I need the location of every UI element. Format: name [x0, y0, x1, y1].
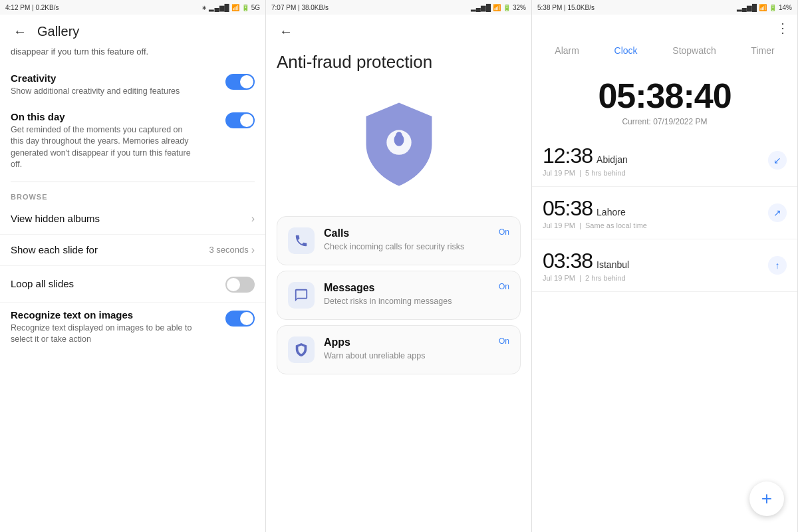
calls-status: On [499, 227, 509, 237]
abidjan-diff: 5 hrs behind [585, 169, 626, 177]
recognize-text-content: Recognize text on images Recognize text … [11, 309, 225, 346]
show-slide-right: 3 seconds › [209, 244, 255, 256]
on-this-day-title: On this day [11, 111, 225, 122]
antifraud-panel: 7:07 PM | 38.0KB/s ▂▄▆█ 📶 🔋 32% ← Anti-f… [266, 0, 532, 532]
signal-icon-2: ▂▄▆█ [471, 4, 491, 11]
status-bar-2: 7:07 PM | 38.0KB/s ▂▄▆█ 📶 🔋 32% [266, 0, 531, 15]
creativity-row: Creativity Show additional creativity an… [0, 66, 265, 104]
abidjan-arrow: ↙ [768, 151, 787, 170]
status-icons-1: ∗ ▂▄▆█ 📶 🔋 5G [201, 4, 260, 11]
istanbul-info: 03:38 Istanbul Jul 19 PM | 2 hrs behind [543, 249, 629, 282]
tab-alarm[interactable]: Alarm [549, 43, 585, 59]
tab-clock[interactable]: Clock [609, 43, 643, 59]
browse-label: BROWSE [0, 186, 265, 203]
view-hidden-row[interactable]: View hidden albums › [0, 203, 265, 235]
tab-stopwatch[interactable]: Stopwatch [667, 43, 721, 59]
current-time: 05:38:40 [532, 76, 797, 116]
world-clocks-list: 12:38 Abidjan Jul 19 PM | 5 hrs behind ↙… [532, 129, 797, 297]
battery-level-2: 32% [513, 4, 526, 11]
wifi-icon-2: 📶 [493, 4, 501, 11]
loop-slides-row: Loop all slides [0, 266, 265, 303]
tab-timer[interactable]: Timer [745, 43, 779, 59]
calls-card[interactable]: Calls Check incoming calls for security … [277, 216, 521, 265]
recognize-text-title: Recognize text on images [11, 309, 225, 321]
signal-icon: ▂▄▆█ [209, 4, 229, 11]
show-slide-value: 3 seconds [209, 245, 248, 255]
recognize-text-row: Recognize text on images Recognize text … [0, 303, 265, 352]
recognize-text-toggle[interactable] [225, 311, 255, 327]
shield-container [266, 84, 531, 211]
add-clock-button[interactable]: + [749, 481, 784, 516]
bluetooth-icon: ∗ [201, 4, 207, 11]
show-slide-label: Show each slide for [11, 244, 98, 255]
chevron-right-icon-2: › [251, 244, 255, 256]
add-icon: + [761, 488, 772, 509]
abidjan-info: 12:38 Abidjan Jul 19 PM | 5 hrs behind [543, 144, 628, 177]
gallery-title: Gallery [37, 24, 79, 39]
creativity-desc: Show additional creativity and editing f… [11, 86, 225, 98]
battery-level-3: 14% [779, 4, 792, 11]
lahore-diff: Same as local time [585, 221, 647, 229]
istanbul-sub: Jul 19 PM | 2 hrs behind [543, 274, 629, 282]
back-button-2[interactable]: ← [277, 23, 295, 41]
apps-title: Apps [324, 336, 509, 348]
battery-icon: 🔋 [241, 4, 249, 11]
message-icon [294, 288, 309, 303]
show-slide-row[interactable]: Show each slide for 3 seconds › [0, 235, 265, 266]
on-this-day-text: On this day Get reminded of the moments … [11, 111, 225, 171]
abidjan-date: Jul 19 PM [543, 169, 575, 177]
creativity-title: Creativity [11, 72, 225, 84]
gallery-header: ← Gallery [0, 15, 265, 46]
divider-1 [11, 182, 255, 182]
istanbul-date: Jul 19 PM [543, 274, 575, 282]
battery-icon-2: 🔋 [503, 4, 511, 11]
calls-card-content: Calls Check incoming calls for security … [324, 227, 509, 253]
apps-desc: Warn about unreliable apps [324, 350, 509, 362]
status-bar-3: 5:38 PM | 15.0KB/s ▂▄▆█ 📶 🔋 14% [532, 0, 797, 15]
messages-card-icon [288, 282, 315, 309]
messages-card-content: Messages Detect risks in incoming messag… [324, 282, 509, 308]
messages-desc: Detect risks in incoming messages [324, 296, 509, 308]
battery-level-1: 5G [251, 4, 260, 11]
battery-icon-3: 🔋 [769, 4, 777, 11]
current-time-display: 05:38:40 Current: 07/19/2022 PM [532, 65, 797, 129]
status-icons-2: ▂▄▆█ 📶 🔋 32% [471, 4, 526, 11]
status-time-3: 5:38 PM | 15.0KB/s [537, 4, 595, 11]
abidjan-time: 12:38 [543, 144, 593, 168]
wifi-icon-3: 📶 [759, 4, 767, 11]
status-time-1: 4:12 PM | 0.2KB/s [5, 4, 59, 11]
status-icons-3: ▂▄▆█ 📶 🔋 14% [737, 4, 792, 11]
messages-card[interactable]: Messages Detect risks in incoming messag… [277, 271, 521, 320]
abidjan-sub: Jul 19 PM | 5 hrs behind [543, 169, 628, 177]
antifraud-title: Anti-fraud protection [266, 46, 531, 84]
apps-icon [294, 342, 309, 357]
clock-row-lahore: 05:38 Lahore Jul 19 PM | Same as local t… [532, 187, 797, 239]
calls-title: Calls [324, 227, 509, 239]
chevron-right-icon-1: › [251, 213, 255, 225]
istanbul-city: Istanbul [597, 259, 629, 270]
back-button-1[interactable]: ← [11, 23, 29, 41]
creativity-text: Creativity Show additional creativity an… [11, 72, 225, 98]
on-this-day-desc: Get reminded of the moments you captured… [11, 124, 225, 171]
status-time-2: 7:07 PM | 38.0KB/s [271, 4, 329, 11]
lahore-time: 05:38 [543, 196, 593, 221]
istanbul-arrow: ↑ [768, 256, 787, 275]
on-this-day-toggle[interactable] [225, 112, 255, 128]
calls-desc: Check incoming calls for security risks [324, 241, 509, 253]
istanbul-time: 03:38 [543, 249, 593, 273]
loop-slides-toggle[interactable] [225, 277, 255, 293]
more-options-icon[interactable]: ⋮ [776, 20, 789, 36]
svg-point-2 [396, 132, 402, 138]
istanbul-diff: 2 hrs behind [585, 274, 626, 282]
gallery-panel: 4:12 PM | 0.2KB/s ∗ ▂▄▆█ 📶 🔋 5G ← Galler… [0, 0, 266, 532]
apps-status: On [499, 336, 509, 346]
lahore-date: Jul 19 PM [543, 221, 575, 229]
lahore-sub: Jul 19 PM | Same as local time [543, 221, 647, 229]
creativity-toggle[interactable] [225, 74, 255, 90]
phone-icon [294, 233, 309, 248]
clock-panel: 5:38 PM | 15.0KB/s ▂▄▆█ 📶 🔋 14% ⋮ Alarm … [532, 0, 798, 532]
lahore-city: Lahore [597, 207, 626, 217]
view-hidden-label: View hidden albums [11, 213, 100, 224]
apps-card[interactable]: Apps Warn about unreliable apps On [277, 325, 521, 374]
lahore-info: 05:38 Lahore Jul 19 PM | Same as local t… [543, 196, 647, 229]
